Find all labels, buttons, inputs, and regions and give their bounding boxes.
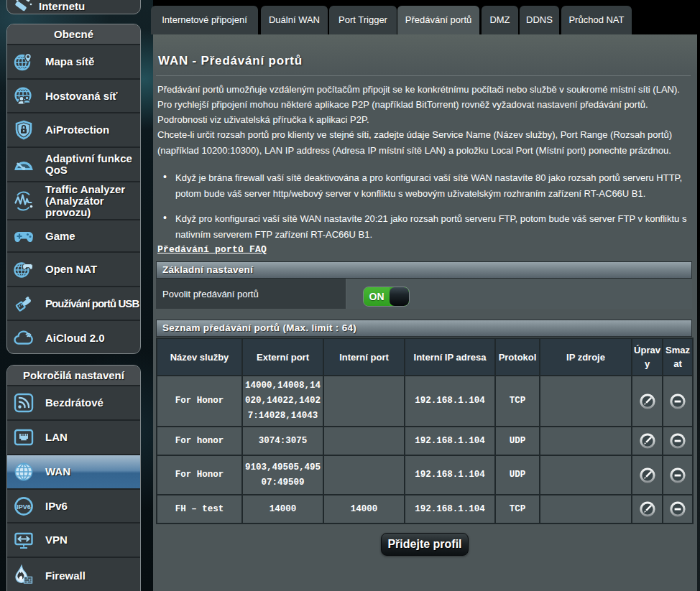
svg-text:IPV6: IPV6	[17, 503, 31, 511]
